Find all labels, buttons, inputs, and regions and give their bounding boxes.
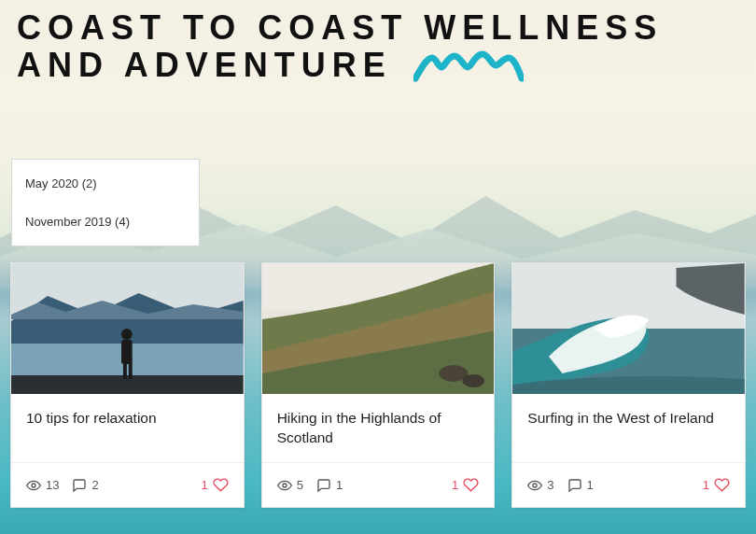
svg-rect-6 xyxy=(123,362,127,379)
svg-rect-7 xyxy=(129,362,133,379)
svg-point-4 xyxy=(121,329,133,340)
post-image xyxy=(512,263,745,394)
svg-point-8 xyxy=(32,484,35,487)
likes-stat[interactable]: 1 xyxy=(201,477,228,493)
svg-rect-3 xyxy=(11,375,244,394)
comments-stat[interactable]: 1 xyxy=(567,478,594,493)
comments-count: 1 xyxy=(336,478,343,492)
post-card[interactable]: Hiking in the Highlands of Scotland 5 1 … xyxy=(261,262,496,508)
likes-count: 1 xyxy=(201,478,207,492)
comment-icon xyxy=(72,478,87,493)
views-stat[interactable]: 3 xyxy=(527,478,553,493)
post-card-list: 10 tips for relaxation 13 2 1 xyxy=(10,262,746,508)
svg-point-16 xyxy=(533,484,537,487)
comments-count: 2 xyxy=(91,478,98,492)
archive-item-label: November 2019 (4) xyxy=(25,215,130,229)
views-count: 13 xyxy=(46,478,59,492)
comment-icon xyxy=(567,478,582,493)
post-image xyxy=(11,263,244,394)
post-card[interactable]: 10 tips for relaxation 13 2 1 xyxy=(10,262,245,508)
likes-stat[interactable]: 1 xyxy=(703,477,730,493)
svg-point-13 xyxy=(283,484,287,487)
views-count: 3 xyxy=(547,478,553,492)
likes-count: 1 xyxy=(703,478,709,492)
post-footer: 3 1 1 xyxy=(512,462,745,507)
archive-item-label: May 2020 (2) xyxy=(25,176,97,190)
comments-count: 1 xyxy=(587,478,594,492)
likes-count: 1 xyxy=(452,478,458,492)
site-title-text: Coast to Coast Wellness and Adventure xyxy=(17,8,663,84)
post-body: 10 tips for relaxation xyxy=(11,394,244,462)
post-footer: 13 2 1 xyxy=(11,462,244,507)
heart-icon xyxy=(463,477,479,493)
heart-icon xyxy=(714,477,730,493)
views-stat[interactable]: 5 xyxy=(277,478,303,493)
eye-icon xyxy=(527,478,542,493)
comments-stat[interactable]: 2 xyxy=(72,478,98,493)
likes-stat[interactable]: 1 xyxy=(452,477,479,493)
views-stat[interactable]: 13 xyxy=(26,478,59,493)
archive-widget: May 2020 (2) November 2019 (4) xyxy=(11,159,200,246)
post-image xyxy=(262,263,495,394)
post-body: Hiking in the Highlands of Scotland xyxy=(262,394,495,462)
post-body: Surfing in the West of Ireland xyxy=(512,394,745,462)
comments-stat[interactable]: 1 xyxy=(316,478,343,493)
post-title: Surfing in the West of Ireland xyxy=(527,409,730,429)
svg-point-12 xyxy=(462,374,483,387)
comment-icon xyxy=(316,478,331,493)
heart-icon xyxy=(213,477,229,493)
post-footer: 5 1 1 xyxy=(262,462,495,507)
post-card[interactable]: Surfing in the West of Ireland 3 1 1 xyxy=(511,262,746,508)
eye-icon xyxy=(277,478,292,493)
post-title: Hiking in the Highlands of Scotland xyxy=(277,409,480,448)
svg-rect-5 xyxy=(121,340,133,364)
mountain-logo-icon xyxy=(413,50,524,90)
views-count: 5 xyxy=(297,478,303,492)
archive-item-november-2019[interactable]: November 2019 (4) xyxy=(25,211,188,232)
post-title: 10 tips for relaxation xyxy=(26,409,229,429)
archive-item-may-2020[interactable]: May 2020 (2) xyxy=(25,173,188,194)
site-title: Coast to Coast Wellness and Adventure xyxy=(17,9,737,91)
eye-icon xyxy=(26,478,41,493)
